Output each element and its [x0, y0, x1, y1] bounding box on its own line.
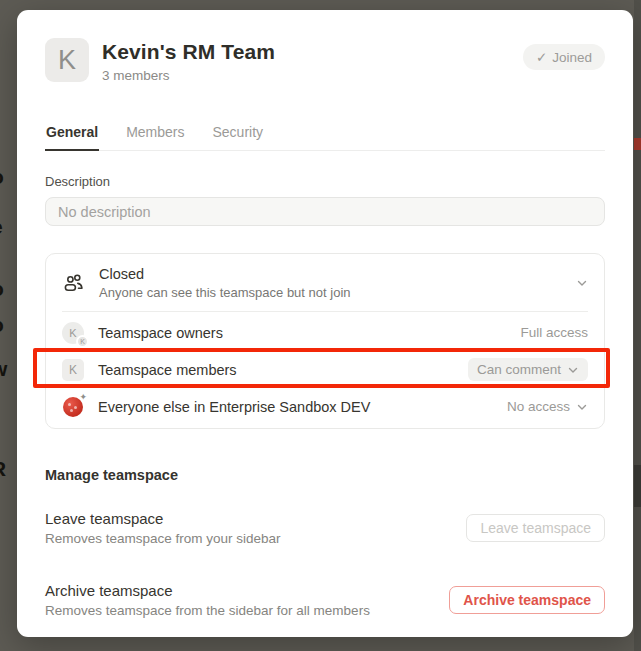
joined-badge[interactable]: ✓ Joined [523, 44, 605, 70]
chevron-down-icon [576, 277, 588, 289]
leave-teamspace-subtitle: Removes teamspace from your sidebar [45, 531, 466, 546]
permissions-card: Closed Anyone can see this teamspace but… [45, 253, 605, 429]
backdrop-text-fragment: w [0, 358, 13, 379]
manage-teamspace-heading: Manage teamspace [45, 467, 605, 483]
backdrop-artifact [634, 465, 641, 507]
access-level-selector[interactable]: Closed Anyone can see this teamspace but… [46, 254, 604, 311]
permission-row-members[interactable]: K Teamspace members Can comment [46, 351, 604, 388]
teamspace-settings-dialog: K Kevin's RM Team 3 members ✓ Joined Gen… [17, 10, 633, 637]
archive-teamspace-item: Archive teamspace Removes teamspace from… [45, 582, 605, 618]
access-dropdown-label: No access [507, 399, 570, 414]
permission-row-owners[interactable]: K K Teamspace owners Full access [46, 314, 604, 351]
access-level-subtitle: Anyone can see this teamspace but not jo… [99, 285, 351, 300]
description-label: Description [45, 174, 605, 189]
joined-label: Joined [552, 50, 592, 65]
description-input[interactable] [45, 197, 605, 226]
leave-teamspace-button[interactable]: Leave teamspace [466, 514, 605, 542]
backdrop-text-fragment: R [0, 458, 13, 479]
backdrop-text-fragment: e [0, 216, 13, 237]
archive-teamspace-subtitle: Removes teamspace from the sidebar for a… [45, 603, 449, 618]
divider [62, 311, 588, 312]
settings-tabs: General Members Security [45, 118, 605, 151]
permission-row-label: Teamspace members [98, 362, 237, 378]
access-dropdown-can-comment[interactable]: Can comment [468, 358, 588, 381]
teamspace-avatar: K [45, 38, 89, 82]
archive-teamspace-button[interactable]: Archive teamspace [449, 586, 605, 614]
permission-row-label: Everyone else in Enterprise Sandbox DEV [98, 399, 370, 415]
owners-avatar-mini: K [76, 335, 89, 348]
tab-security[interactable]: Security [212, 118, 265, 151]
access-value-full-access: Full access [520, 325, 588, 340]
chevron-down-icon [567, 364, 579, 376]
chevron-down-icon [576, 401, 588, 413]
backdrop-text-fragment: o [0, 314, 13, 335]
dialog-header: K Kevin's RM Team 3 members ✓ Joined [45, 38, 605, 83]
sparkle-icon: ✦ [79, 392, 87, 402]
workspace-logo-icon: ✦ [63, 397, 83, 417]
tab-members[interactable]: Members [125, 118, 185, 151]
backdrop-edge-strip [634, 0, 641, 651]
backdrop-artifact [634, 138, 641, 150]
backdrop-text-fragment: o [0, 278, 13, 299]
backdrop-text-fragment: o [0, 166, 13, 187]
permission-row-label: Teamspace owners [98, 325, 223, 341]
access-dropdown-label: Can comment [477, 362, 561, 377]
archive-teamspace-title: Archive teamspace [45, 582, 449, 599]
leave-teamspace-item: Leave teamspace Removes teamspace from y… [45, 510, 605, 546]
dimmed-backdrop: o e o o w t R K Kevin's RM Team 3 member… [0, 0, 641, 651]
access-level-title: Closed [99, 266, 351, 282]
member-count: 3 members [102, 68, 523, 83]
people-icon [62, 271, 86, 295]
permission-row-everyone-else[interactable]: ✦ Everyone else in Enterprise Sandbox DE… [46, 388, 604, 425]
access-dropdown-no-access[interactable]: No access [507, 399, 588, 414]
members-avatar: K [62, 359, 84, 381]
leave-teamspace-title: Leave teamspace [45, 510, 466, 527]
teamspace-title: Kevin's RM Team [102, 40, 523, 64]
check-icon: ✓ [536, 49, 547, 65]
backdrop-text-fragment: t [0, 394, 13, 415]
tab-general[interactable]: General [45, 118, 99, 151]
